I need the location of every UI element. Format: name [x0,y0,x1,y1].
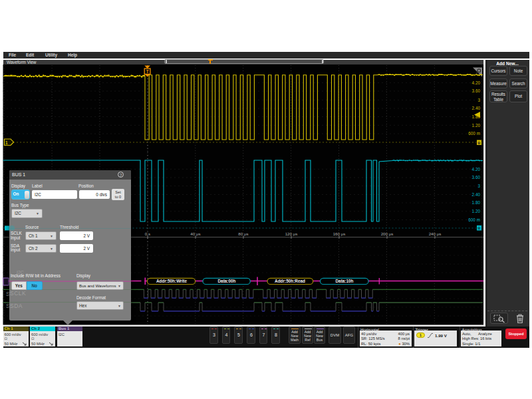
svg-text:4.20: 4.20 [472,167,481,172]
svg-text:160 μs: 160 μs [333,231,346,236]
svg-text:Data:10h: Data:10h [336,279,354,283]
svg-text:Addr:50h:Write: Addr:50h:Write [156,279,187,283]
svg-text:B: B [477,141,481,145]
svg-text:4.20: 4.20 [472,80,481,85]
svg-text:120 μs: 120 μs [285,231,298,236]
svg-text:B: B [477,226,481,230]
svg-text:1: 1 [5,140,8,145]
svg-text:T: T [146,69,149,74]
svg-text:3: 3 [477,98,480,102]
svg-text:1.80: 1.80 [472,200,481,205]
svg-text:Addr:50h:Read: Addr:50h:Read [275,279,305,283]
svg-text:3: 3 [477,184,480,188]
svg-text:80 μs: 80 μs [238,231,248,236]
svg-text:2.40: 2.40 [472,192,481,197]
svg-text:1.20: 1.20 [472,123,481,128]
svg-text:600 m: 600 m [468,131,480,136]
svg-text:3.60: 3.60 [472,88,481,93]
svg-text:40 μs: 40 μs [190,231,200,236]
svg-text:240 μs: 240 μs [429,231,442,236]
svg-text:0 s: 0 s [145,231,150,236]
svg-text:200 μs: 200 μs [381,231,394,236]
svg-text:3.60: 3.60 [472,175,481,180]
svg-text:1.20: 1.20 [472,209,481,213]
svg-text:Data:00h: Data:00h [218,279,236,283]
svg-text:600 m: 600 m [468,217,480,222]
svg-text:2.40: 2.40 [472,106,481,110]
